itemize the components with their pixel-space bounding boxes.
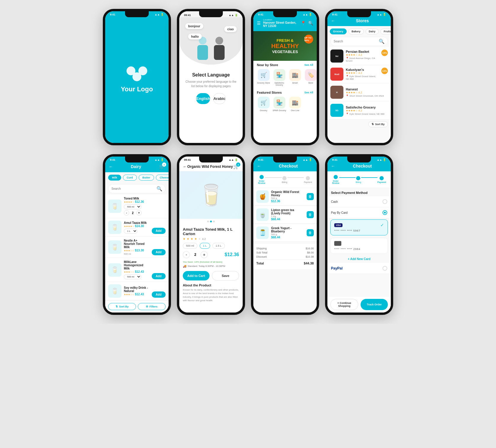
size-dropdown-amul[interactable]: 1 L <box>124 229 137 234</box>
card-2[interactable]: **** **** **** 2984 <box>330 238 388 254</box>
featured-see-all[interactable]: See All <box>304 91 313 94</box>
featured-store-3[interactable]: 🏬 One Line <box>288 97 302 111</box>
store-card-harvest[interactable]: H Harvest ★★★★☆ 4.2 📍 Short Street Cinci… <box>327 83 391 101</box>
featured-store-2[interactable]: 🏪 SPAR Grocery <box>273 97 286 111</box>
stores-search-bar[interactable]: 🔍 <box>330 37 388 46</box>
delivery-info: 🚚 Standard: Today 8:30PM - 10:30PM <box>183 264 239 268</box>
product-info-milklane: MilkLane Homogenized Milk ★★★☆☆ $12.43 5… <box>124 260 149 279</box>
sort-button[interactable]: ⇅ Sort By <box>368 121 388 127</box>
add-nestle-button[interactable]: Add <box>152 249 166 255</box>
paypal-radio[interactable] <box>383 266 387 271</box>
product-size-nestle: 500 ml <box>124 253 149 255</box>
product-name-toned: Toned Milk <box>124 197 166 200</box>
paypal-logo: PayPal <box>331 266 343 270</box>
nearby-store-3[interactable]: 🏬 Amart <box>288 69 302 86</box>
product-detail-screen: ← Organic Wild Forest Honey 🛒 2 🥛 Amul T… <box>179 162 243 313</box>
product-size-select-amul: 1 L <box>124 229 149 234</box>
stores-search-input[interactable] <box>334 40 377 43</box>
featured-store-1[interactable]: 🛒 Grocery <box>257 97 270 111</box>
time-5: 9:41 <box>110 158 115 161</box>
store-card-kalustyan[interactable]: Mudi Kalustyan's ★★★★☆ 4.2 📍 Kyle Street… <box>327 65 391 83</box>
payment-back-icon[interactable]: ← <box>331 164 335 168</box>
size-500ml[interactable]: 500 ml <box>183 243 197 249</box>
featured-title: Featured Stores <box>257 91 282 94</box>
visa-logo: VISA <box>334 223 343 227</box>
phone-dairy: 9:41 ▲▲ 🔋 ← Dairy 🛒 2 Milk Curd Butter C… <box>103 154 171 315</box>
store-name-persian: Persian Basket <box>346 50 379 53</box>
continue-shopping-button[interactable]: < Continue Shopping <box>330 299 358 310</box>
delete-honey-button[interactable]: 🗑 <box>307 193 314 200</box>
size-1l[interactable]: 1 L <box>200 243 210 249</box>
payment-card-option[interactable]: Pay By Card <box>327 207 391 218</box>
store-rating-persian: ★★★★☆ 4.2 <box>346 53 379 56</box>
stores-back-icon[interactable]: ← <box>331 18 335 23</box>
product-price-toned: $12.36 <box>135 200 144 203</box>
category-dairy[interactable]: Dairy <box>366 28 379 34</box>
filters-btn[interactable]: ⚙ Filters <box>138 303 166 310</box>
paypal-option[interactable]: PayPal <box>327 263 391 274</box>
add-milklane-button[interactable]: Add <box>152 273 166 279</box>
nearby-store-4[interactable]: 🏷️ Store <box>304 69 317 86</box>
payment-steps: OrderReview Billing Payment <box>327 171 391 188</box>
checkout-back-icon[interactable]: ← <box>257 164 261 168</box>
sort-btn[interactable]: ⇅ Sort By <box>108 303 136 310</box>
delete-yogurt-button[interactable]: 🗑 <box>307 229 314 236</box>
save-product-button[interactable]: Save <box>212 271 239 280</box>
grocery-banner: FRESH & HEALTHY VEGETABLES UP TO 50% <box>253 31 317 61</box>
card-1[interactable]: VISA ✓ **** **** **** 5967 <box>330 219 388 235</box>
nearby-store-1[interactable]: 🛒 Grocery Store <box>257 69 270 86</box>
nearby-store-2[interactable]: 🏪 Satisfecho Grocery <box>273 69 286 86</box>
delete-tea-button[interactable]: 🗑 <box>307 211 314 218</box>
size-dropdown-milklane[interactable]: 500 ml <box>124 274 141 279</box>
discount-label: Discount <box>256 255 267 258</box>
detail-qty-minus[interactable]: - <box>183 251 190 258</box>
total-value: $44.38 <box>304 262 314 265</box>
category-grocery[interactable]: Grocery <box>330 28 347 34</box>
arabic-button[interactable]: Arabic <box>213 93 225 104</box>
store-card-persian[interactable]: Ver Persian Basket ★★★★☆ 4.2 📍 Hood Aven… <box>327 47 391 65</box>
cash-radio[interactable] <box>383 199 387 204</box>
filter-butter[interactable]: Butter <box>139 175 154 181</box>
qty-plus-toned[interactable]: + <box>136 210 142 216</box>
store-address-satisfecho: 📍 Kyle Street Grand Island, NE 688 <box>346 113 388 115</box>
qty-minus-toned[interactable]: - <box>124 210 129 216</box>
product-back-icon[interactable]: ← <box>183 164 187 169</box>
card-radio[interactable] <box>383 210 387 215</box>
filter-curd[interactable]: Curd <box>123 175 137 181</box>
step-billing: Billing <box>282 176 287 183</box>
add-to-cart-button[interactable]: Add to Cart <box>183 271 209 280</box>
product-size-select-toned: 500 ml <box>124 204 166 209</box>
add-soy-button[interactable]: Add <box>152 291 166 298</box>
payment-cash-option[interactable]: Cash <box>327 196 391 207</box>
english-button[interactable]: English <box>196 93 210 104</box>
language-illustration: bonjour hallo ciao <box>179 17 243 65</box>
size-15l[interactable]: 1.5 L <box>212 243 225 249</box>
track-order-button[interactable]: Track Order <box>361 299 388 310</box>
dairy-search-bar[interactable]: 🔍 <box>108 184 166 193</box>
detail-qty-plus[interactable]: + <box>201 251 208 258</box>
dairy-search-input[interactable] <box>111 187 155 190</box>
dairy-back-icon[interactable]: ← <box>109 164 113 169</box>
product-cart-wrap[interactable]: 🛒 2 <box>233 164 239 169</box>
filter-cheese[interactable]: Cheese <box>156 175 169 181</box>
product-info-soy: Soy milky Drink - Natural ★★★☆☆ $12.43 <box>124 286 149 296</box>
time-7: 9:41 <box>258 158 263 161</box>
add-card-button[interactable]: + Add New Card <box>327 255 391 263</box>
size-dropdown-toned[interactable]: 500 ml <box>124 204 141 209</box>
store-card-satisfecho[interactable]: SG Satisfecho Grocery ★★★★☆ 4.2 📍 Kyle S… <box>327 101 391 119</box>
cart-count: 2 <box>162 162 166 167</box>
about-text: Known for its dairy, confectionery and o… <box>183 288 239 302</box>
checkout-item-qty-yogurt: 500 g <box>271 233 304 236</box>
nearby-see-all[interactable]: See All <box>304 63 313 66</box>
detail-action-buttons: Add to Cart Save <box>183 271 239 280</box>
filter-milk[interactable]: Milk <box>108 175 121 181</box>
cart-icon-wrap[interactable]: 🛒 2 <box>159 164 165 169</box>
logo-icon <box>127 66 147 81</box>
product-detail-title: Amul Taaza Toned Milk, 1 L Carton <box>183 227 239 236</box>
pay-step-order: OrderReview <box>332 175 339 184</box>
category-bakery[interactable]: Bakery <box>348 28 364 34</box>
product-detail-image: 🥛 <box>179 171 243 219</box>
add-amul-button[interactable]: Add <box>152 228 166 234</box>
language-buttons: English Arabic <box>191 93 230 104</box>
category-fruits[interactable]: Fruits <box>380 28 391 34</box>
